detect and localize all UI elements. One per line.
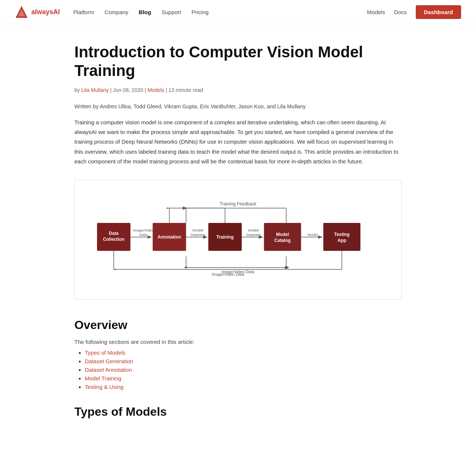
toc-item-1: Types of Models (85, 349, 402, 356)
nav-links: Platform Company Blog Support Pricing (73, 9, 209, 15)
svg-text:Data: Data (109, 231, 119, 236)
nav-support[interactable]: Support (161, 9, 181, 15)
nav-left: alwaysAI Platform Company Blog Support P… (15, 5, 209, 19)
svg-text:Model: Model (308, 233, 318, 237)
meta-category[interactable]: Models (147, 87, 164, 93)
logo-icon (15, 5, 28, 19)
svg-text:Datasets: Datasets (246, 233, 261, 237)
article-intro: Training a computer vision model is one … (74, 118, 402, 166)
main-content: Introduction to Computer Vision Model Tr… (67, 24, 409, 441)
svg-text:Model: Model (276, 232, 289, 237)
overview-heading: Overview (74, 318, 402, 332)
svg-marker-9 (184, 266, 187, 269)
toc-link-testing[interactable]: Testing & Using (85, 384, 123, 390)
svg-text:Annotation: Annotation (158, 234, 181, 240)
nav-right: Models Docs Dashboard (367, 5, 461, 19)
feedback-label: Training Feedback (220, 201, 257, 207)
types-heading: Types of Models (74, 405, 402, 419)
nav-platform[interactable]: Platform (73, 9, 94, 15)
toc-link-dataset[interactable]: Dataset Generation (85, 358, 133, 364)
navbar: alwaysAI Platform Company Blog Support P… (0, 0, 476, 24)
logo-text: alwaysAI (31, 8, 60, 16)
meta-by: by (74, 87, 80, 93)
svg-text:Testing: Testing (334, 232, 350, 237)
logo[interactable]: alwaysAI (15, 5, 60, 19)
nav-docs[interactable]: Docs (394, 9, 406, 15)
svg-marker-43 (115, 269, 118, 270)
svg-marker-39 (165, 207, 168, 209)
svg-text:Training: Training (216, 234, 234, 240)
diagram-container: Training Feedback Image/Video Data (74, 180, 402, 300)
nav-pricing[interactable]: Pricing (192, 9, 209, 15)
diagram-svg: Training Feedback Image/Video Data (86, 199, 390, 284)
article-title: Introduction to Computer Vision Model Tr… (74, 43, 402, 80)
toc-link-types[interactable]: Types of Models (85, 349, 125, 356)
meta-separator-1: | (110, 87, 113, 93)
meta-read-time: 13 minute read (168, 87, 203, 93)
svg-text:Image/Video Data: Image/Video Data (212, 272, 245, 277)
svg-text:Model/: Model/ (192, 228, 203, 232)
svg-text:App: App (338, 238, 346, 243)
toc-item-4: Model Training (85, 375, 402, 381)
toc-item-3: Dataset Annotation (85, 367, 402, 373)
nav-blog[interactable]: Blog (139, 9, 151, 15)
toc-item-5: Testing & Using (85, 384, 402, 390)
overview-intro: The following sections are covered in th… (74, 339, 402, 345)
toc-link-annotation[interactable]: Dataset Annotation (85, 367, 132, 373)
svg-text:Datasets: Datasets (191, 233, 205, 237)
article-authors: Written by Andres Ulloa, Todd Gleed, Vik… (74, 103, 402, 109)
meta-date: Jun 08, 2020 (113, 87, 143, 93)
meta-author[interactable]: Lila Mullany (81, 87, 109, 93)
svg-text:Image/Video: Image/Video (133, 228, 154, 232)
diagram-svg-wrapper: Training Feedback Image/Video Data (86, 199, 390, 284)
article-meta: by Lila Mullany | Jun 08, 2020 | Models … (74, 87, 402, 93)
svg-text:Catalog: Catalog (274, 238, 291, 243)
toc-list: Types of Models Dataset Generation Datas… (74, 349, 402, 390)
svg-text:Model/: Model/ (248, 228, 259, 232)
nav-company[interactable]: Company (104, 9, 128, 15)
nav-models[interactable]: Models (367, 9, 385, 15)
toc-item-2: Dataset Generation (85, 358, 402, 364)
toc-link-training[interactable]: Model Training (85, 375, 121, 381)
svg-text:Collection: Collection (103, 237, 125, 242)
meta-separator-3: | (165, 87, 168, 93)
svg-text:Data: Data (139, 233, 148, 237)
dashboard-button[interactable]: Dashboard (416, 5, 461, 19)
